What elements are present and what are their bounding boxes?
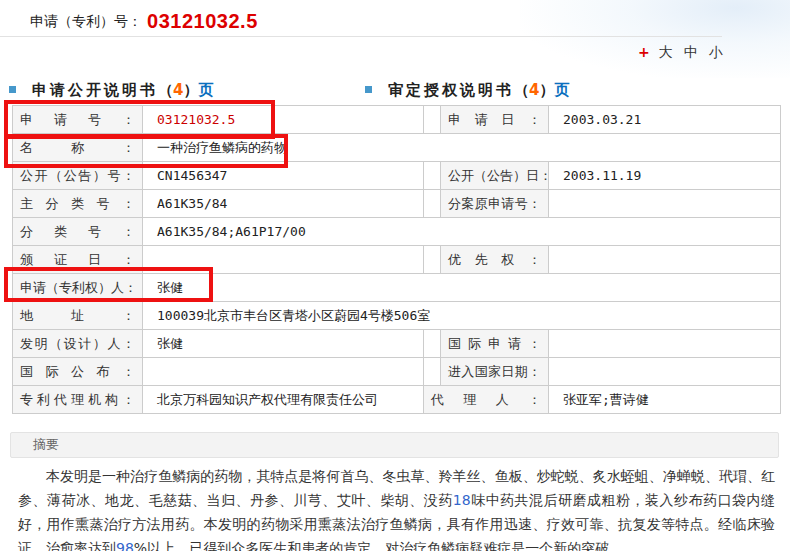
field-label: 主分类号： bbox=[20, 195, 135, 213]
column-spacer bbox=[424, 162, 441, 190]
field-label: 优先权： bbox=[448, 251, 541, 269]
field-label: 名称： bbox=[20, 139, 135, 157]
field-label: 代理人： bbox=[431, 391, 541, 409]
font-size-controls: +大中小 bbox=[638, 44, 729, 62]
field-label: 分案原申请号： bbox=[448, 195, 541, 213]
column-spacer bbox=[424, 190, 441, 218]
plus-icon: + bbox=[638, 44, 650, 60]
blue-square-bullet-icon bbox=[9, 86, 16, 93]
field-label: 颁证日： bbox=[20, 251, 135, 269]
field-label: 专利代理机构： bbox=[20, 391, 135, 409]
page-title: 申请（专利）号： 03121032.5 bbox=[30, 10, 258, 33]
abstract-highlight-number: 98 bbox=[116, 540, 134, 551]
field-label: 申请日： bbox=[448, 111, 541, 129]
granted-spec-pages-link[interactable]: 页 bbox=[554, 81, 569, 99]
table-row: 分类号： A61K35/84;A61P17/00 bbox=[13, 218, 781, 246]
paren-open: （ bbox=[514, 81, 529, 99]
abstract-highlight-number: 18 bbox=[453, 492, 471, 508]
field-value: 张健 bbox=[143, 335, 423, 353]
table-row: 颁证日： 优先权： bbox=[13, 246, 781, 274]
table-row: 国际公布： 进入国家日期： bbox=[13, 358, 781, 386]
column-spacer bbox=[424, 330, 441, 358]
field-label: 发明（设计）人： bbox=[20, 335, 135, 353]
published-spec-link[interactable]: 申请公开说明书（4）页 bbox=[9, 80, 213, 100]
field-value: 100039北京市丰台区青塔小区蔚园4号楼506室 bbox=[143, 307, 780, 325]
abstract-title: 摘要 bbox=[11, 433, 778, 457]
published-spec-page-count[interactable]: 4 bbox=[173, 81, 183, 99]
header-divider bbox=[0, 36, 722, 37]
cloud-background-decoration bbox=[520, 0, 790, 78]
field-value: A61K35/84;A61P17/00 bbox=[143, 224, 780, 239]
blue-square-bullet-icon bbox=[365, 86, 372, 93]
document-links-row: 申请公开说明书（4）页 审定授权说明书（4）页 bbox=[0, 80, 790, 102]
table-row: 主分类号： A61K35/84 分案原申请号： bbox=[13, 190, 781, 218]
application-number-value: 03121032.5 bbox=[147, 10, 258, 32]
field-value: 张健 bbox=[143, 279, 780, 297]
published-spec-pages-link[interactable]: 页 bbox=[198, 81, 213, 99]
granted-spec-link[interactable]: 审定授权说明书（4）页 bbox=[365, 80, 569, 100]
paren-open: （ bbox=[158, 81, 173, 99]
field-value: 一种治疗鱼鳞病的药物 bbox=[143, 139, 780, 157]
font-size-small-button[interactable]: 小 bbox=[709, 44, 724, 60]
abstract-header-bar: 摘要 bbox=[10, 432, 779, 458]
field-value: 2003.11.19 bbox=[549, 168, 780, 183]
field-label: 申请号： bbox=[20, 111, 135, 129]
paren-close: ） bbox=[183, 81, 198, 99]
field-label: 公开（公告）号： bbox=[20, 167, 135, 185]
field-label: 申请（专利权）人： bbox=[20, 279, 135, 297]
table-row: 发明（设计）人： 张健 国际申请： bbox=[13, 330, 781, 358]
field-value: 张亚军;曹诗健 bbox=[549, 391, 780, 409]
patent-detail-page: 申请（专利）号： 03121032.5 +大中小 申请公开说明书（4）页 审定授… bbox=[0, 0, 790, 551]
font-size-medium-button[interactable]: 中 bbox=[684, 44, 699, 60]
field-label: 分类号： bbox=[20, 223, 135, 241]
field-label: 公开（公告）日： bbox=[448, 167, 541, 185]
field-value: 2003.03.21 bbox=[549, 112, 780, 127]
granted-spec-title[interactable]: 审定授权说明书 bbox=[388, 81, 514, 99]
table-row: 申请号： 03121032.5 申请日： 2003.03.21 bbox=[13, 106, 781, 134]
column-spacer bbox=[424, 246, 441, 274]
published-spec-title[interactable]: 申请公开说明书 bbox=[32, 81, 158, 99]
abstract-segment: %以上，已得到众多医生和患者的肯定，对治疗鱼鳞病疑难症是一个新的突破。 bbox=[134, 540, 623, 551]
table-row: 专利代理机构： 北京万科园知识产权代理有限责任公司 代理人： 张亚军;曹诗健 bbox=[13, 386, 781, 414]
field-value: 北京万科园知识产权代理有限责任公司 bbox=[143, 391, 423, 409]
column-spacer bbox=[424, 106, 441, 134]
table-row: 地址： 100039北京市丰台区青塔小区蔚园4号楼506室 bbox=[13, 302, 781, 330]
application-number-label: 申请（专利）号： bbox=[30, 13, 142, 29]
table-row: 申请（专利权）人： 张健 bbox=[13, 274, 781, 302]
paren-close: ） bbox=[539, 81, 554, 99]
patent-info-table: 申请号： 03121032.5 申请日： 2003.03.21 名称： 一种治疗… bbox=[12, 105, 781, 414]
field-label: 进入国家日期： bbox=[448, 363, 541, 381]
abstract-paragraph: 本发明是一种治疗鱼鳞病的药物，其特点是将何首乌、冬虫草、羚羊丝、鱼板、炒蛇蜕、炙… bbox=[18, 464, 775, 551]
field-label: 国际公布： bbox=[20, 363, 135, 381]
granted-spec-page-count[interactable]: 4 bbox=[529, 81, 539, 99]
font-size-large-button[interactable]: 大 bbox=[659, 44, 674, 60]
field-value: 03121032.5 bbox=[143, 112, 423, 127]
field-label: 地址： bbox=[20, 307, 135, 325]
table-row: 公开（公告）号： CN1456347 公开（公告）日： 2003.11.19 bbox=[13, 162, 781, 190]
table-row: 名称： 一种治疗鱼鳞病的药物 bbox=[13, 134, 781, 162]
column-spacer bbox=[424, 358, 441, 386]
field-value: A61K35/84 bbox=[143, 196, 423, 211]
field-label: 国际申请： bbox=[448, 335, 541, 353]
field-value: CN1456347 bbox=[143, 168, 423, 183]
